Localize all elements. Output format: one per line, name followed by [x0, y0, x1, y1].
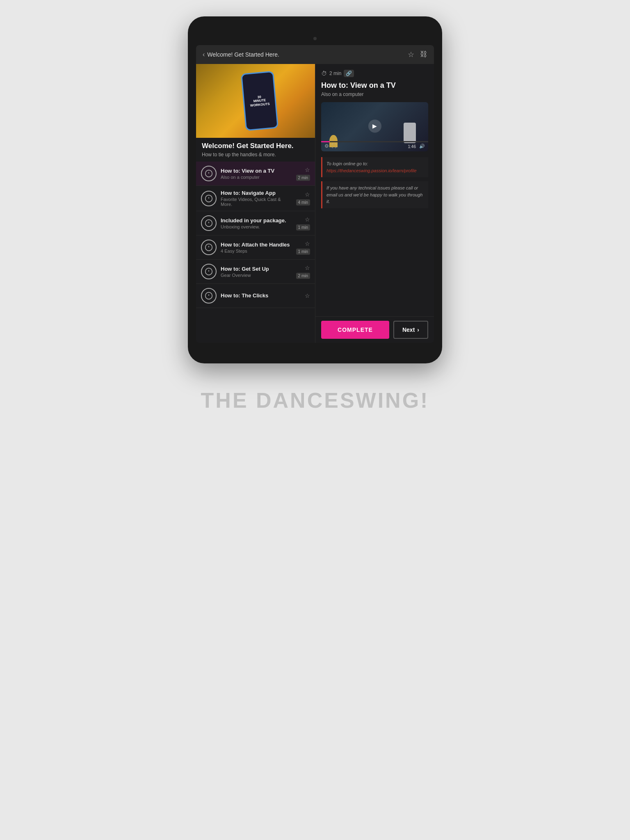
- lesson-desc-4: 4 Easy Steps: [221, 249, 292, 253]
- video-time: 1:46: [408, 144, 416, 149]
- video-player[interactable]: ▶ ⚙ ⛶ 1:46 🔊: [321, 102, 428, 151]
- tablet-camera: [313, 37, 317, 40]
- lesson-duration-5: 2 min: [296, 273, 310, 279]
- lesson-title-4: How to: Attach the Handles: [221, 242, 292, 248]
- info-box-1-text: To login online go to: https://thedances…: [326, 160, 424, 174]
- link-badge-icon[interactable]: 🔗: [344, 70, 354, 77]
- tablet-device: ‹ Welcome! Get Started Here. ☆ ⛓ 30MINUT…: [188, 16, 442, 363]
- lesson-icon-5: [201, 264, 217, 279]
- brand-title: THE DANCESWING!: [201, 388, 429, 413]
- lesson-info-3: Included in your package. Unboxing overv…: [221, 217, 292, 229]
- video-settings-row: ⚙ ⛶: [324, 143, 336, 149]
- lesson-info-1: How to: View on a TV Also on a computer: [221, 168, 292, 180]
- phone-mockup: 30MINUTEWORKOUTS: [241, 71, 278, 131]
- lesson-right-6: ☆: [305, 292, 310, 299]
- header-actions: ☆ ⛓: [408, 50, 427, 59]
- lesson-item[interactable]: Included in your package. Unboxing overv…: [196, 211, 315, 235]
- lesson-item[interactable]: How to: View on a TV Also on a computer …: [196, 162, 315, 186]
- lesson-star-2[interactable]: ☆: [305, 191, 310, 198]
- duration-text: 2 min: [329, 71, 341, 76]
- lesson-desc-5: Gear Overview: [221, 273, 292, 278]
- header-left: ‹ Welcome! Get Started Here.: [203, 51, 279, 58]
- right-panel: ⏱ 2 min 🔗 How to: View on a TV Also on a…: [315, 64, 434, 343]
- right-content: ⏱ 2 min 🔗 How to: View on a TV Also on a…: [315, 64, 434, 316]
- lesson-item[interactable]: How to: Get Set Up Gear Overview ☆ 2 min: [196, 260, 315, 284]
- lesson-icon-4: [201, 240, 217, 255]
- lesson-info-5: How to: Get Set Up Gear Overview: [221, 266, 292, 278]
- lesson-duration-4: 1 min: [296, 249, 310, 255]
- duration-badge: ⏱ 2 min 🔗: [321, 70, 428, 77]
- lesson-desc-3: Unboxing overview.: [221, 224, 292, 229]
- lesson-item[interactable]: How to: Navigate App Favorite Videos, Qu…: [196, 186, 315, 211]
- star-icon[interactable]: ☆: [408, 50, 414, 59]
- info-box-1-link[interactable]: https://thedanceswing.passion.io/learn/p…: [326, 168, 417, 173]
- next-chevron-icon: ›: [417, 326, 419, 333]
- lesson-title-1: How to: View on a TV: [221, 168, 292, 174]
- hero-image: 30MINUTEWORKOUTS: [196, 64, 315, 138]
- video-progress-bar[interactable]: [321, 141, 428, 142]
- video-play-button[interactable]: ▶: [368, 119, 381, 132]
- lesson-star-4[interactable]: ☆: [305, 240, 310, 247]
- left-panel: 30MINUTEWORKOUTS Welcome! Get Started He…: [196, 64, 315, 343]
- lesson-star-5[interactable]: ☆: [305, 265, 310, 271]
- lesson-right-1: ☆ 2 min: [296, 167, 310, 181]
- next-button[interactable]: Next ›: [393, 321, 428, 339]
- link-icon[interactable]: ⛓: [420, 50, 427, 59]
- lesson-info-4: How to: Attach the Handles 4 Easy Steps: [221, 242, 292, 253]
- hero-subtitle: How to tie up the handles & more.: [196, 152, 315, 162]
- lesson-right-4: ☆ 1 min: [296, 240, 310, 255]
- lesson-icon-6: [201, 288, 217, 304]
- lesson-desc-1: Also on a computer: [221, 175, 292, 180]
- complete-button[interactable]: COMPLETE: [321, 321, 389, 339]
- lesson-duration-1: 2 min: [296, 175, 310, 181]
- lesson-right-2: ☆ 4 min: [296, 191, 310, 205]
- lesson-icon-2: [201, 191, 217, 206]
- lesson-main-subtitle: Also on a computer: [321, 91, 428, 97]
- lesson-title-6: How to: The Clicks: [221, 292, 301, 299]
- lesson-icon-3: [201, 215, 217, 231]
- header-title: Welcome! Get Started Here.: [207, 51, 279, 58]
- tablet-screen: ‹ Welcome! Get Started Here. ☆ ⛓ 30MINUT…: [196, 45, 434, 343]
- video-fullscreen-icon[interactable]: ⛶: [331, 143, 336, 149]
- lesson-right-3: ☆ 1 min: [296, 216, 310, 231]
- lesson-item[interactable]: How to: Attach the Handles 4 Easy Steps …: [196, 235, 315, 260]
- lesson-desc-2: Favorite Videos, Quick Cast & More.: [221, 197, 292, 207]
- lesson-duration-3: 1 min: [296, 224, 310, 231]
- video-decoration-figure: [404, 123, 416, 143]
- lesson-title-2: How to: Navigate App: [221, 190, 292, 196]
- lesson-main-title: How to: View on a TV: [321, 81, 428, 90]
- lesson-title-5: How to: Get Set Up: [221, 266, 292, 272]
- action-bar: COMPLETE Next ›: [315, 316, 434, 343]
- info-box-1: To login online go to: https://thedances…: [321, 157, 428, 177]
- lesson-item[interactable]: How to: The Clicks ☆: [196, 284, 315, 308]
- lesson-info-6: How to: The Clicks: [221, 292, 301, 299]
- video-settings-icon[interactable]: ⚙: [324, 143, 329, 149]
- lesson-star-1[interactable]: ☆: [305, 167, 310, 173]
- lesson-star-3[interactable]: ☆: [305, 216, 310, 223]
- hero-title: Welcome! Get Started Here.: [196, 138, 315, 152]
- lesson-star-6[interactable]: ☆: [305, 292, 310, 299]
- back-icon[interactable]: ‹: [203, 51, 205, 58]
- info-box-2-text: If you have any technical issues please …: [326, 185, 424, 205]
- screen-content: 30MINUTEWORKOUTS Welcome! Get Started He…: [196, 64, 434, 343]
- clock-icon: ⏱: [321, 70, 327, 77]
- video-volume-icon[interactable]: 🔊: [419, 144, 425, 149]
- lesson-title-3: Included in your package.: [221, 217, 292, 224]
- lesson-duration-2: 4 min: [296, 199, 310, 205]
- info-box-2: If you have any technical issues please …: [321, 181, 428, 208]
- video-progress-fill: [321, 141, 330, 142]
- screen-header: ‹ Welcome! Get Started Here. ☆ ⛓: [196, 45, 434, 64]
- lesson-info-2: How to: Navigate App Favorite Videos, Qu…: [221, 190, 292, 207]
- lesson-icon-1: [201, 166, 217, 181]
- lesson-right-5: ☆ 2 min: [296, 265, 310, 279]
